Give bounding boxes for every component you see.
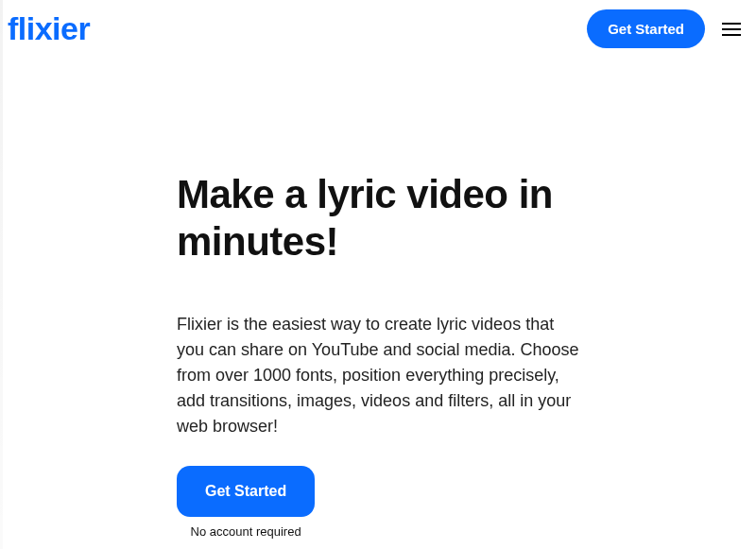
left-edge-shadow — [0, 0, 3, 549]
site-header: flixier Get Started — [0, 0, 756, 58]
hero-get-started-button[interactable]: Get Started — [177, 466, 315, 517]
header-actions: Get Started — [587, 9, 745, 48]
hero-section: Make a lyric video in minutes! Flixier i… — [0, 58, 586, 539]
brand-logo[interactable]: flixier — [8, 10, 90, 47]
hero-cta-subtext: No account required — [191, 524, 301, 539]
header-get-started-button[interactable]: Get Started — [587, 9, 705, 48]
hamburger-menu-icon[interactable] — [718, 19, 745, 40]
hero-description: Flixier is the easiest way to create lyr… — [177, 312, 583, 439]
hero-heading: Make a lyric video in minutes! — [177, 171, 586, 266]
hero-cta-wrap: Get Started No account required — [177, 466, 315, 539]
